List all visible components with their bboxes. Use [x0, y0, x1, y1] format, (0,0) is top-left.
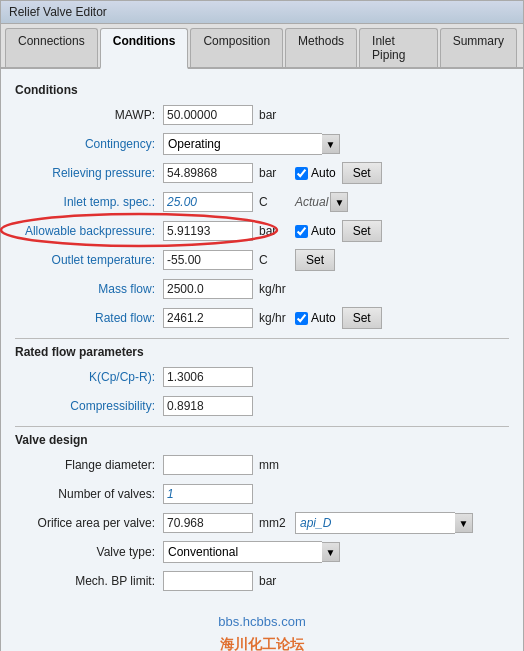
tab-inlet-piping[interactable]: Inlet Piping — [359, 28, 438, 67]
mawp-input[interactable] — [163, 105, 253, 125]
rated-flow-label: Rated flow: — [15, 311, 163, 325]
allowable-backpressure-unit: bar — [259, 224, 289, 238]
rated-params-label: Rated flow parameters — [15, 345, 509, 359]
relieving-pressure-input[interactable] — [163, 163, 253, 183]
valve-type-select: ▼ — [163, 541, 340, 563]
mawp-label: MAWP: — [15, 108, 163, 122]
inlet-temp-row: Inlet temp. spec.: C Actual ▼ — [15, 190, 509, 214]
contingency-row: Contingency: ▼ — [15, 132, 509, 156]
num-valves-label: Number of valves: — [15, 487, 163, 501]
allowable-backpressure-input[interactable] — [163, 221, 253, 241]
tab-methods[interactable]: Methods — [285, 28, 357, 67]
conditions-section-label: Conditions — [15, 83, 509, 97]
orifice-label: Orifice area per valve: — [15, 516, 163, 530]
valve-type-input[interactable] — [163, 541, 322, 563]
kcp-row: K(Cp/Cp-R): — [15, 365, 509, 389]
orifice-row: Orifice area per valve: mm2 ▼ — [15, 511, 509, 535]
outlet-temp-label: Outlet temperature: — [15, 253, 163, 267]
outlet-temp-input[interactable] — [163, 250, 253, 270]
mass-flow-row: Mass flow: kg/hr — [15, 277, 509, 301]
inlet-temp-mode: Actual — [295, 195, 328, 209]
tab-bar: Connections Conditions Composition Metho… — [1, 24, 523, 69]
watermark-line1: bbs.hcbbs.com — [15, 611, 509, 633]
mech-bp-unit: bar — [259, 574, 289, 588]
relieving-auto-label: Auto — [311, 166, 336, 180]
kcp-input[interactable] — [163, 367, 253, 387]
allowable-auto-label: Auto — [311, 224, 336, 238]
flange-input[interactable] — [163, 455, 253, 475]
inlet-temp-input[interactable] — [163, 192, 253, 212]
orifice-unit: mm2 — [259, 516, 289, 530]
mech-bp-input[interactable] — [163, 571, 253, 591]
contingency-input[interactable] — [163, 133, 322, 155]
valve-type-arrow[interactable]: ▼ — [322, 542, 340, 562]
divider-1 — [15, 338, 509, 339]
mech-bp-row: Mech. BP limit: bar — [15, 569, 509, 593]
orifice-mode-arrow[interactable]: ▼ — [455, 513, 473, 533]
flange-unit: mm — [259, 458, 289, 472]
orifice-mode-select: ▼ — [295, 512, 473, 534]
tab-connections[interactable]: Connections — [5, 28, 98, 67]
mass-flow-label: Mass flow: — [15, 282, 163, 296]
flange-label: Flange diameter: — [15, 458, 163, 472]
outlet-temp-row: Outlet temperature: C Set — [15, 248, 509, 272]
tab-summary[interactable]: Summary — [440, 28, 517, 67]
conditions-panel: Conditions MAWP: bar Contingency: ▼ Reli… — [1, 69, 523, 651]
relieving-pressure-unit: bar — [259, 166, 289, 180]
allowable-auto-wrap: Auto — [295, 224, 336, 238]
divider-2 — [15, 426, 509, 427]
allowable-set-button[interactable]: Set — [342, 220, 382, 242]
relieving-set-button[interactable]: Set — [342, 162, 382, 184]
valve-type-row: Valve type: ▼ — [15, 540, 509, 564]
rated-flow-auto-wrap: Auto — [295, 311, 336, 325]
valve-design-label: Valve design — [15, 433, 509, 447]
rated-flow-auto-checkbox[interactable] — [295, 312, 308, 325]
allowable-backpressure-label: Allowable backpressure: — [15, 224, 163, 238]
orifice-input[interactable] — [163, 513, 253, 533]
compressibility-row: Compressibility: — [15, 394, 509, 418]
contingency-label: Contingency: — [15, 137, 163, 151]
mass-flow-unit: kg/hr — [259, 282, 289, 296]
rated-flow-input[interactable] — [163, 308, 253, 328]
orifice-mode-input[interactable] — [295, 512, 455, 534]
tab-conditions[interactable]: Conditions — [100, 28, 189, 69]
num-valves-row: Number of valves: — [15, 482, 509, 506]
mawp-unit: bar — [259, 108, 289, 122]
compressibility-label: Compressibility: — [15, 399, 163, 413]
mech-bp-label: Mech. BP limit: — [15, 574, 163, 588]
outlet-temp-unit: C — [259, 253, 289, 267]
kcp-label: K(Cp/Cp-R): — [15, 370, 163, 384]
contingency-dropdown-arrow[interactable]: ▼ — [322, 134, 340, 154]
mawp-row: MAWP: bar — [15, 103, 509, 127]
valve-type-label: Valve type: — [15, 545, 163, 559]
relieving-auto-checkbox[interactable] — [295, 167, 308, 180]
window: Relief Valve Editor Connections Conditio… — [0, 0, 524, 651]
watermark: bbs.hcbbs.com 海川化工论坛 — [15, 611, 509, 651]
rated-flow-auto-label: Auto — [311, 311, 336, 325]
tab-composition[interactable]: Composition — [190, 28, 283, 67]
outlet-temp-set-button[interactable]: Set — [295, 249, 335, 271]
rated-flow-unit: kg/hr — [259, 311, 289, 325]
relieving-auto-wrap: Auto — [295, 166, 336, 180]
inlet-temp-label: Inlet temp. spec.: — [15, 195, 163, 209]
relieving-pressure-row: Relieving pressure: bar Auto Set — [15, 161, 509, 185]
rated-flow-set-button[interactable]: Set — [342, 307, 382, 329]
title-bar: Relief Valve Editor — [1, 1, 523, 24]
watermark-line2: 海川化工论坛 — [15, 633, 509, 651]
relieving-pressure-label: Relieving pressure: — [15, 166, 163, 180]
mass-flow-input[interactable] — [163, 279, 253, 299]
inlet-temp-mode-arrow[interactable]: ▼ — [330, 192, 348, 212]
allowable-auto-checkbox[interactable] — [295, 225, 308, 238]
contingency-select: ▼ — [163, 133, 340, 155]
window-title: Relief Valve Editor — [9, 5, 107, 19]
flange-row: Flange diameter: mm — [15, 453, 509, 477]
rated-flow-row: Rated flow: kg/hr Auto Set — [15, 306, 509, 330]
allowable-backpressure-row: Allowable backpressure: bar Auto Set — [15, 219, 509, 243]
inlet-temp-unit: C — [259, 195, 289, 209]
num-valves-input[interactable] — [163, 484, 253, 504]
compressibility-input[interactable] — [163, 396, 253, 416]
